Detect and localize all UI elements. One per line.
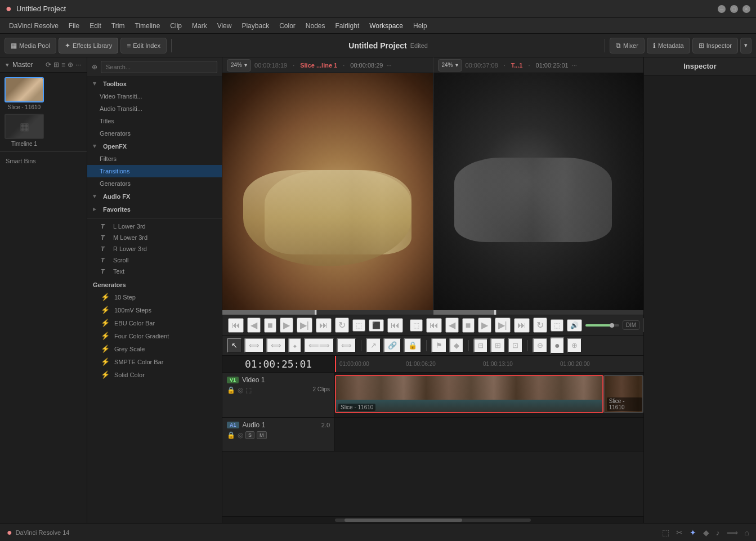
- link-mode[interactable]: ⊡: [508, 338, 523, 353]
- timeline-scrollbar[interactable]: [335, 518, 531, 522]
- left-viewer-mode[interactable]: 24% ▾: [227, 59, 251, 71]
- snap-mode[interactable]: ⊞: [490, 338, 506, 353]
- video-transitions-item[interactable]: Video Transiti...: [87, 90, 222, 102]
- text-item-scroll[interactable]: T Scroll: [87, 254, 222, 266]
- gen-smpte[interactable]: ⚡ SMPTE Color Bar: [87, 355, 222, 368]
- color-flag-tool[interactable]: ◆: [449, 338, 464, 353]
- clip-mode[interactable]: ⊟: [473, 338, 488, 353]
- audio-transitions-item[interactable]: Audio Transiti...: [87, 102, 222, 115]
- marker-minus[interactable]: ⊖: [533, 338, 548, 353]
- source-skip-start[interactable]: ⏮: [228, 318, 244, 333]
- inspector-button[interactable]: ⊞ Inspector: [692, 38, 738, 53]
- source-stop[interactable]: ■: [264, 318, 276, 333]
- fairlight-icon[interactable]: ♪: [716, 528, 720, 537]
- media-icon[interactable]: ⬚: [662, 528, 669, 537]
- gen-10step[interactable]: ⚡ 10 Step: [87, 290, 222, 303]
- a1-m-button[interactable]: M: [257, 431, 267, 439]
- source-scrubber[interactable]: [222, 310, 433, 315]
- right-viewer-dots[interactable]: ···: [572, 62, 577, 69]
- marker-plus[interactable]: ⊕: [567, 338, 582, 353]
- a1-track-content[interactable]: [335, 418, 643, 451]
- tl-step-forward[interactable]: ▶|: [495, 318, 511, 333]
- gen-grey-scale[interactable]: ⚡ Grey Scale: [87, 342, 222, 355]
- menu-davinci[interactable]: DaVinci Resolve: [5, 20, 63, 32]
- generators-item[interactable]: Generators: [87, 127, 222, 140]
- a1-loop-icon[interactable]: ◎: [238, 431, 243, 439]
- close-button[interactable]: ✕: [742, 5, 750, 13]
- slip-tool[interactable]: ⟸⟹: [304, 338, 334, 353]
- text-item-text[interactable]: T Text: [87, 266, 222, 277]
- menu-file[interactable]: File: [64, 20, 84, 32]
- search-button[interactable]: ⊕: [68, 61, 73, 69]
- tl-mode-btn[interactable]: ⬚: [410, 319, 423, 332]
- panel-toggle-button[interactable]: ▾: [740, 38, 751, 53]
- slide-tool[interactable]: ⟺: [337, 338, 356, 353]
- transitions-item[interactable]: Transitions: [87, 165, 222, 177]
- trim-tool[interactable]: ⟺: [244, 338, 264, 353]
- home-icon[interactable]: ⌂: [745, 528, 749, 537]
- arrow-tool[interactable]: ↖: [227, 338, 242, 353]
- edit-index-button[interactable]: ≡ Edit Index: [120, 38, 167, 53]
- tl-play[interactable]: ▶: [478, 318, 491, 333]
- link-tool[interactable]: 🔗: [383, 338, 401, 353]
- menu-playback[interactable]: Playback: [237, 20, 274, 32]
- volume-slider[interactable]: [585, 324, 619, 327]
- titles-item[interactable]: Titles: [87, 115, 222, 127]
- blade-tool[interactable]: ⬥: [288, 338, 302, 353]
- tl-skip-start[interactable]: ⏮: [426, 318, 442, 333]
- menu-clip[interactable]: Clip: [165, 20, 186, 32]
- source-in-out[interactable]: ⬚: [352, 319, 365, 332]
- v1-panel-icon[interactable]: ⬚: [245, 386, 252, 394]
- text-item-l-lower[interactable]: T L Lower 3rd: [87, 221, 222, 232]
- cut-icon[interactable]: ✂: [676, 528, 683, 537]
- tl-speaker-icon[interactable]: 🔊: [567, 319, 582, 332]
- more-options-button[interactable]: ···: [75, 61, 81, 69]
- source-step-forward[interactable]: ▶|: [297, 318, 312, 333]
- media-item-timeline[interactable]: ▦ Timeline 1: [5, 114, 44, 147]
- text-item-m-lower[interactable]: T M Lower 3rd: [87, 232, 222, 243]
- menu-workspace[interactable]: Workspace: [365, 20, 408, 32]
- tl-loop[interactable]: ↻: [533, 318, 547, 333]
- menu-help[interactable]: Help: [409, 20, 432, 32]
- grid-view-button[interactable]: ⊞: [53, 61, 59, 69]
- gen-ebu-color[interactable]: ⚡ EBU Color Bar: [87, 316, 222, 329]
- bezier-tool[interactable]: ↗: [366, 338, 381, 353]
- minimize-button[interactable]: ─: [718, 5, 726, 13]
- source-prev-clip[interactable]: ⏮: [387, 318, 403, 333]
- media-pool-button[interactable]: ▦ Media Pool: [5, 38, 56, 53]
- bin-icon-1[interactable]: ⟳: [46, 61, 51, 69]
- a1-lock-icon[interactable]: 🔒: [227, 431, 235, 439]
- flag-tool[interactable]: ⚑: [431, 338, 447, 353]
- source-play[interactable]: ▶: [280, 318, 293, 333]
- text-item-r-lower[interactable]: T R Lower 3rd: [87, 243, 222, 254]
- timeline-scrubber[interactable]: [433, 310, 644, 315]
- edit-icon[interactable]: ✦: [690, 528, 696, 537]
- gen-four-color[interactable]: ⚡ Four Color Gradient: [87, 329, 222, 342]
- effects-search-input[interactable]: [101, 61, 217, 73]
- menu-fairlight[interactable]: Fairlight: [331, 20, 364, 32]
- audio-fx-section[interactable]: ▾ Audio FX: [87, 190, 222, 203]
- list-view-button[interactable]: ≡: [61, 61, 65, 69]
- menu-view[interactable]: View: [213, 20, 236, 32]
- source-loop[interactable]: ↻: [335, 318, 349, 333]
- smart-bins[interactable]: Smart Bins: [0, 151, 87, 170]
- color-icon[interactable]: ◆: [703, 528, 709, 537]
- deliver-icon[interactable]: ⟹: [727, 528, 738, 537]
- filters-item[interactable]: Filters: [87, 153, 222, 165]
- source-step-back[interactable]: ◀: [247, 318, 261, 333]
- openfx-section[interactable]: ▾ OpenFX: [87, 140, 222, 153]
- tl-in-out[interactable]: ⬚: [551, 319, 563, 332]
- right-viewer-mode[interactable]: 24% ▾: [438, 59, 462, 71]
- menu-mark[interactable]: Mark: [187, 20, 212, 32]
- tl-stop[interactable]: ■: [462, 318, 475, 333]
- dynamic-trim-tool[interactable]: ⟺: [266, 338, 286, 353]
- a1-s-button[interactable]: S: [245, 431, 254, 439]
- v1-lock-icon[interactable]: 🔒: [227, 386, 235, 394]
- metadata-button[interactable]: ℹ Metadata: [647, 38, 690, 53]
- source-skip-end[interactable]: ⏭: [316, 318, 332, 333]
- v1-clip-2[interactable]: Slice - 11610: [603, 375, 643, 413]
- v1-track-content[interactable]: Slice - 11610 Slice - 11610: [335, 373, 643, 417]
- gen-solid-color[interactable]: ⚡ Solid Color: [87, 368, 222, 381]
- mixer-button[interactable]: ⧉ Mixer: [610, 38, 645, 53]
- gen-100mv[interactable]: ⚡ 100mV Steps: [87, 303, 222, 316]
